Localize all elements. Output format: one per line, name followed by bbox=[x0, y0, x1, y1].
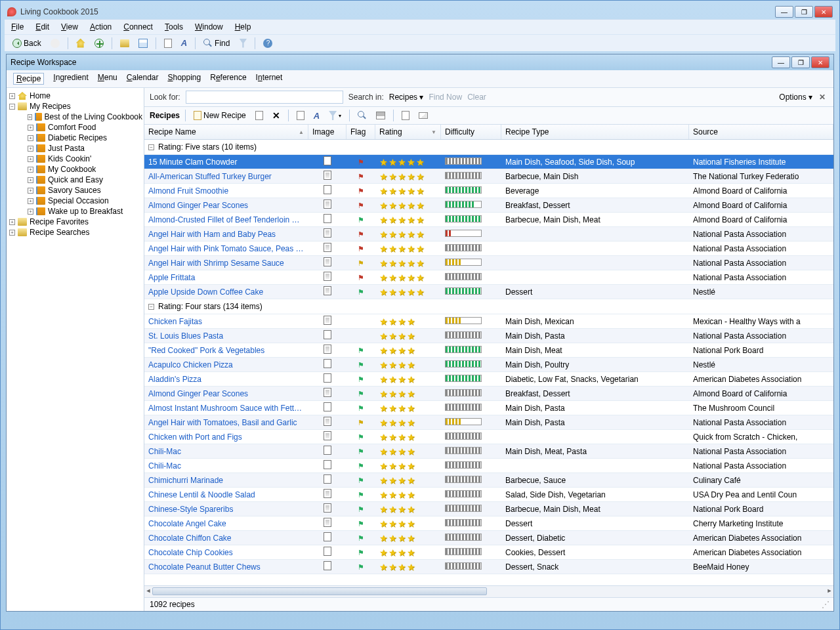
close-search-button[interactable]: ✕ bbox=[816, 93, 828, 102]
expand-icon[interactable]: + bbox=[28, 177, 33, 183]
recipe-row[interactable]: "Red Cooked" Pork & Vegetables⚑★★★★Main … bbox=[144, 343, 833, 358]
tree-node[interactable]: +Special Occasion bbox=[8, 196, 142, 206]
horizontal-scrollbar[interactable]: ◄ ► bbox=[144, 585, 833, 597]
recipe-row[interactable]: Angel Hair with Pink Tomato Sauce, Peas … bbox=[144, 242, 833, 256]
recipe-row[interactable]: Apple Upside Down Coffee Cake⚑★★★★★Desse… bbox=[144, 285, 833, 299]
tab-calendar[interactable]: Calendar bbox=[127, 73, 159, 85]
search-scope-dropdown[interactable]: Recipes ▾ bbox=[389, 93, 424, 102]
column-recipe-name[interactable]: Recipe Name▲ bbox=[144, 125, 308, 139]
search-input[interactable] bbox=[186, 91, 343, 104]
menu-edit[interactable]: Edit bbox=[35, 22, 49, 32]
font-button[interactable]: A bbox=[178, 37, 190, 49]
back-button[interactable]: Back bbox=[10, 37, 44, 49]
menu-connect[interactable]: Connect bbox=[123, 22, 153, 32]
find-now-button[interactable]: Find Now bbox=[429, 93, 462, 102]
recipe-row[interactable]: Chili-Mac⚑★★★★Main Dish, Meat, PastaNati… bbox=[144, 444, 833, 459]
tab-ingredient[interactable]: Ingredient bbox=[53, 73, 88, 85]
expand-icon[interactable]: + bbox=[28, 167, 33, 173]
navigation-tree[interactable]: +Home−My Recipes+Best of the Living Cook… bbox=[7, 88, 144, 611]
expand-icon[interactable]: + bbox=[28, 135, 33, 141]
recipe-row[interactable]: Chinese Lentil & Noodle Salad⚑★★★★Salad,… bbox=[144, 488, 833, 502]
tab-recipe[interactable]: Recipe bbox=[13, 73, 44, 85]
expand-icon[interactable]: − bbox=[9, 104, 15, 110]
add-button[interactable] bbox=[92, 37, 106, 49]
recipe-row[interactable]: Almost Instant Mushroom Sauce with Fettu… bbox=[144, 401, 833, 415]
expand-icon[interactable]: + bbox=[28, 146, 33, 152]
tree-node[interactable]: +Diabetic Recipes bbox=[8, 133, 142, 143]
menu-tools[interactable]: Tools bbox=[165, 22, 183, 32]
tree-node[interactable]: +Kids Cookin' bbox=[8, 154, 142, 164]
collapse-icon[interactable]: − bbox=[148, 144, 154, 150]
tb-font-button[interactable]: A bbox=[311, 110, 322, 122]
column-difficulty[interactable]: Difficulty bbox=[441, 125, 501, 139]
group-header[interactable]: −Rating: Four stars (134 items) bbox=[144, 299, 833, 314]
expand-icon[interactable]: + bbox=[28, 125, 33, 131]
ws-minimize-button[interactable]: — bbox=[772, 56, 790, 68]
scroll-left-icon[interactable]: ◄ bbox=[144, 587, 152, 595]
expand-icon[interactable]: + bbox=[28, 209, 33, 215]
recipe-row[interactable]: All-American Stuffed Turkey Burger⚑★★★★★… bbox=[144, 169, 833, 184]
preview-button[interactable] bbox=[355, 110, 369, 121]
tree-node[interactable]: +Best of the Living Cookbook bbox=[8, 112, 142, 122]
recipe-row[interactable]: Chocolate Chiffon Cake⚑★★★★Dessert, Diab… bbox=[144, 531, 833, 545]
open-button[interactable] bbox=[117, 38, 132, 49]
tab-shopping[interactable]: Shopping bbox=[167, 73, 201, 85]
recipe-row[interactable]: Chinese-Style Spareribs⚑★★★★Barbecue, Ma… bbox=[144, 502, 833, 516]
expand-icon[interactable]: + bbox=[28, 198, 33, 204]
column-rating[interactable]: Rating▼ bbox=[375, 125, 441, 139]
tree-node[interactable]: +Home bbox=[8, 91, 142, 101]
clear-button[interactable]: Clear bbox=[467, 93, 486, 102]
menu-file[interactable]: File bbox=[11, 22, 24, 32]
delete-button[interactable]: ✕ bbox=[270, 109, 283, 122]
ws-close-button[interactable]: ✕ bbox=[811, 56, 830, 68]
recipe-row[interactable]: Chili-Mac⚑★★★★National Pasta Association bbox=[144, 459, 833, 473]
recipe-row[interactable]: Angel Hair with Ham and Baby Peas⚑★★★★★N… bbox=[144, 227, 833, 242]
expand-icon[interactable]: + bbox=[28, 188, 33, 194]
tab-internet[interactable]: Internet bbox=[256, 73, 283, 85]
tb-filter-button[interactable]: ▾ bbox=[326, 110, 344, 121]
recipe-row[interactable]: Chocolate Angel Cake⚑★★★★DessertCherry M… bbox=[144, 516, 833, 531]
recipe-row[interactable]: Chicken with Port and Figs⚑★★★★Quick fro… bbox=[144, 430, 833, 444]
recipe-row[interactable]: Aladdin's Pizza⚑★★★★Diabetic, Low Fat, S… bbox=[144, 372, 833, 387]
recipe-row[interactable]: Chocolate Peanut Butter Chews⚑★★★★Desser… bbox=[144, 560, 833, 574]
tree-node[interactable]: +Comfort Food bbox=[8, 122, 142, 133]
group-header[interactable]: −Rating: Five stars (10 items) bbox=[144, 140, 833, 155]
recipe-row[interactable]: Chicken Fajitas★★★★Main Dish, MexicanMex… bbox=[144, 314, 833, 329]
recipe-row[interactable]: Almond Ginger Pear Scones⚑★★★★Breakfast,… bbox=[144, 387, 833, 401]
close-button[interactable]: ✕ bbox=[814, 6, 833, 18]
tab-reference[interactable]: Reference bbox=[210, 73, 246, 85]
tree-node[interactable]: +Just Pasta bbox=[8, 143, 142, 154]
tree-node[interactable]: +Wake up to Breakfast bbox=[8, 206, 142, 217]
tree-node[interactable]: −My Recipes bbox=[8, 101, 142, 112]
tree-node[interactable]: +Quick and Easy bbox=[8, 175, 142, 185]
scroll-right-icon[interactable]: ► bbox=[826, 587, 833, 595]
export-button[interactable] bbox=[399, 110, 412, 121]
page-button[interactable] bbox=[161, 37, 175, 49]
expand-icon[interactable]: + bbox=[9, 219, 15, 225]
find-button[interactable]: Find bbox=[201, 37, 232, 49]
expand-icon[interactable]: + bbox=[9, 230, 15, 236]
edit-button[interactable] bbox=[253, 110, 266, 121]
tree-node[interactable]: +Savory Sauces bbox=[8, 185, 142, 196]
new-recipe-button[interactable]: New Recipe bbox=[191, 110, 249, 121]
expand-icon[interactable]: + bbox=[28, 156, 33, 162]
recipe-row[interactable]: Almond Fruit Smoothie⚑★★★★★BeverageAlmon… bbox=[144, 184, 833, 198]
tree-node[interactable]: +Recipe Favorites bbox=[8, 217, 142, 227]
recipe-row[interactable]: Almond-Crusted Fillet of Beef Tenderloin… bbox=[144, 213, 833, 227]
recipe-row[interactable]: Chimichurri Marinade⚑★★★★Barbecue, Sauce… bbox=[144, 473, 833, 488]
help-button[interactable]: ? bbox=[261, 37, 275, 49]
print-button[interactable] bbox=[373, 110, 388, 121]
recipe-row[interactable]: Chocolate Chip Cookies⚑★★★★Cookies, Dess… bbox=[144, 545, 833, 560]
recipe-row[interactable]: Angel Hair with Tomatoes, Basil and Garl… bbox=[144, 415, 833, 430]
column-recipe-type[interactable]: Recipe Type bbox=[501, 125, 689, 139]
calendar-button[interactable] bbox=[136, 37, 150, 49]
minimize-button[interactable]: — bbox=[775, 6, 793, 18]
options-dropdown[interactable]: Options ▾ bbox=[779, 93, 812, 102]
scroll-thumb[interactable] bbox=[152, 587, 487, 595]
resize-grip[interactable]: ⋰ bbox=[822, 600, 828, 609]
maximize-button[interactable]: ❐ bbox=[795, 6, 813, 18]
column-image[interactable]: Image bbox=[308, 125, 346, 139]
column-source[interactable]: Source bbox=[689, 125, 833, 139]
filter-button[interactable] bbox=[236, 37, 249, 49]
home-button[interactable] bbox=[74, 37, 88, 49]
